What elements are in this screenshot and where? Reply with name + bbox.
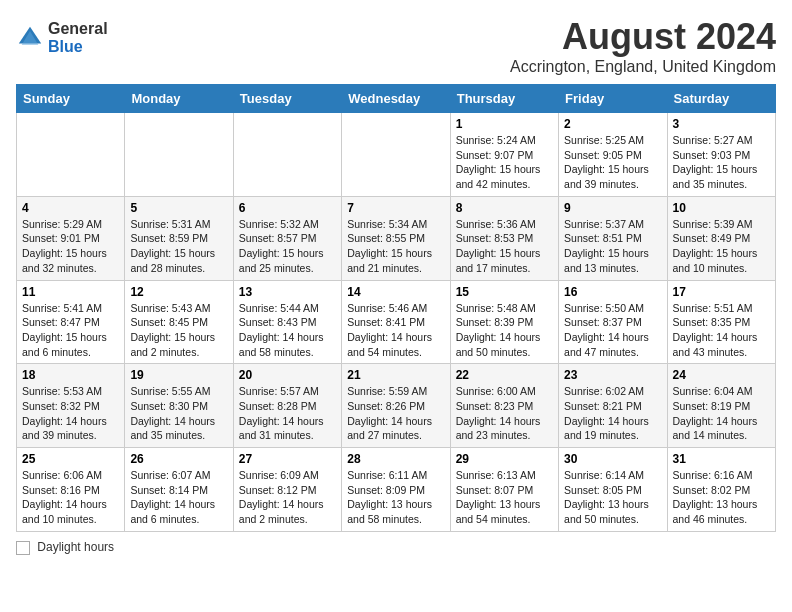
day-number: 6 [239, 201, 336, 215]
calendar-week-row: 11Sunrise: 5:41 AMSunset: 8:47 PMDayligh… [17, 280, 776, 364]
calendar-header-tuesday: Tuesday [233, 85, 341, 113]
day-info: Sunrise: 5:50 AMSunset: 8:37 PMDaylight:… [564, 302, 649, 358]
calendar-cell: 16Sunrise: 5:50 AMSunset: 8:37 PMDayligh… [559, 280, 667, 364]
calendar-week-row: 25Sunrise: 6:06 AMSunset: 8:16 PMDayligh… [17, 448, 776, 532]
day-number: 10 [673, 201, 770, 215]
day-info: Sunrise: 5:27 AMSunset: 9:03 PMDaylight:… [673, 134, 758, 190]
day-info: Sunrise: 5:44 AMSunset: 8:43 PMDaylight:… [239, 302, 324, 358]
calendar-cell: 22Sunrise: 6:00 AMSunset: 8:23 PMDayligh… [450, 364, 558, 448]
calendar-cell: 24Sunrise: 6:04 AMSunset: 8:19 PMDayligh… [667, 364, 775, 448]
calendar-header-saturday: Saturday [667, 85, 775, 113]
calendar-cell: 2Sunrise: 5:25 AMSunset: 9:05 PMDaylight… [559, 113, 667, 197]
legend-box [16, 541, 30, 555]
day-number: 2 [564, 117, 661, 131]
day-number: 25 [22, 452, 119, 466]
day-info: Sunrise: 6:07 AMSunset: 8:14 PMDaylight:… [130, 469, 215, 525]
day-number: 14 [347, 285, 444, 299]
day-number: 12 [130, 285, 227, 299]
day-number: 7 [347, 201, 444, 215]
day-number: 17 [673, 285, 770, 299]
daylight-legend: Daylight hours [16, 540, 114, 555]
logo-general: General [48, 20, 108, 38]
day-number: 21 [347, 368, 444, 382]
day-number: 30 [564, 452, 661, 466]
calendar-cell: 18Sunrise: 5:53 AMSunset: 8:32 PMDayligh… [17, 364, 125, 448]
day-number: 28 [347, 452, 444, 466]
title-section: August 2024 Accrington, England, United … [510, 16, 776, 76]
calendar-week-row: 4Sunrise: 5:29 AMSunset: 9:01 PMDaylight… [17, 196, 776, 280]
calendar-cell: 15Sunrise: 5:48 AMSunset: 8:39 PMDayligh… [450, 280, 558, 364]
calendar-cell [233, 113, 341, 197]
day-info: Sunrise: 5:53 AMSunset: 8:32 PMDaylight:… [22, 385, 107, 441]
day-info: Sunrise: 5:31 AMSunset: 8:59 PMDaylight:… [130, 218, 215, 274]
calendar-week-row: 1Sunrise: 5:24 AMSunset: 9:07 PMDaylight… [17, 113, 776, 197]
day-number: 29 [456, 452, 553, 466]
logo-icon [16, 24, 44, 52]
day-info: Sunrise: 5:32 AMSunset: 8:57 PMDaylight:… [239, 218, 324, 274]
day-number: 20 [239, 368, 336, 382]
calendar-cell: 6Sunrise: 5:32 AMSunset: 8:57 PMDaylight… [233, 196, 341, 280]
calendar-cell: 7Sunrise: 5:34 AMSunset: 8:55 PMDaylight… [342, 196, 450, 280]
day-info: Sunrise: 5:48 AMSunset: 8:39 PMDaylight:… [456, 302, 541, 358]
calendar-header-monday: Monday [125, 85, 233, 113]
day-info: Sunrise: 5:55 AMSunset: 8:30 PMDaylight:… [130, 385, 215, 441]
day-info: Sunrise: 6:13 AMSunset: 8:07 PMDaylight:… [456, 469, 541, 525]
footer: Daylight hours [16, 540, 776, 555]
day-info: Sunrise: 5:37 AMSunset: 8:51 PMDaylight:… [564, 218, 649, 274]
page-header: General Blue August 2024 Accrington, Eng… [16, 16, 776, 76]
daylight-label: Daylight hours [37, 540, 114, 554]
day-info: Sunrise: 6:06 AMSunset: 8:16 PMDaylight:… [22, 469, 107, 525]
day-info: Sunrise: 5:51 AMSunset: 8:35 PMDaylight:… [673, 302, 758, 358]
day-number: 18 [22, 368, 119, 382]
day-number: 4 [22, 201, 119, 215]
day-info: Sunrise: 5:41 AMSunset: 8:47 PMDaylight:… [22, 302, 107, 358]
calendar-cell: 19Sunrise: 5:55 AMSunset: 8:30 PMDayligh… [125, 364, 233, 448]
day-number: 23 [564, 368, 661, 382]
day-info: Sunrise: 5:39 AMSunset: 8:49 PMDaylight:… [673, 218, 758, 274]
day-number: 16 [564, 285, 661, 299]
calendar-cell: 12Sunrise: 5:43 AMSunset: 8:45 PMDayligh… [125, 280, 233, 364]
day-info: Sunrise: 6:14 AMSunset: 8:05 PMDaylight:… [564, 469, 649, 525]
calendar-header-sunday: Sunday [17, 85, 125, 113]
calendar-week-row: 18Sunrise: 5:53 AMSunset: 8:32 PMDayligh… [17, 364, 776, 448]
day-info: Sunrise: 6:04 AMSunset: 8:19 PMDaylight:… [673, 385, 758, 441]
day-number: 13 [239, 285, 336, 299]
day-number: 1 [456, 117, 553, 131]
calendar-cell: 27Sunrise: 6:09 AMSunset: 8:12 PMDayligh… [233, 448, 341, 532]
day-number: 24 [673, 368, 770, 382]
day-number: 31 [673, 452, 770, 466]
calendar-cell: 10Sunrise: 5:39 AMSunset: 8:49 PMDayligh… [667, 196, 775, 280]
day-info: Sunrise: 6:09 AMSunset: 8:12 PMDaylight:… [239, 469, 324, 525]
day-info: Sunrise: 6:02 AMSunset: 8:21 PMDaylight:… [564, 385, 649, 441]
calendar-cell: 20Sunrise: 5:57 AMSunset: 8:28 PMDayligh… [233, 364, 341, 448]
main-title: August 2024 [510, 16, 776, 58]
day-number: 9 [564, 201, 661, 215]
day-info: Sunrise: 6:16 AMSunset: 8:02 PMDaylight:… [673, 469, 758, 525]
calendar-cell: 8Sunrise: 5:36 AMSunset: 8:53 PMDaylight… [450, 196, 558, 280]
calendar-header-thursday: Thursday [450, 85, 558, 113]
calendar-cell [342, 113, 450, 197]
day-number: 11 [22, 285, 119, 299]
calendar-cell: 3Sunrise: 5:27 AMSunset: 9:03 PMDaylight… [667, 113, 775, 197]
day-number: 19 [130, 368, 227, 382]
day-info: Sunrise: 5:59 AMSunset: 8:26 PMDaylight:… [347, 385, 432, 441]
day-number: 22 [456, 368, 553, 382]
day-number: 27 [239, 452, 336, 466]
calendar-header-row: SundayMondayTuesdayWednesdayThursdayFrid… [17, 85, 776, 113]
day-info: Sunrise: 5:24 AMSunset: 9:07 PMDaylight:… [456, 134, 541, 190]
calendar-cell: 11Sunrise: 5:41 AMSunset: 8:47 PMDayligh… [17, 280, 125, 364]
calendar-cell: 17Sunrise: 5:51 AMSunset: 8:35 PMDayligh… [667, 280, 775, 364]
day-info: Sunrise: 5:46 AMSunset: 8:41 PMDaylight:… [347, 302, 432, 358]
logo-text: General Blue [48, 20, 108, 55]
calendar-cell: 31Sunrise: 6:16 AMSunset: 8:02 PMDayligh… [667, 448, 775, 532]
calendar-cell: 26Sunrise: 6:07 AMSunset: 8:14 PMDayligh… [125, 448, 233, 532]
calendar-header-friday: Friday [559, 85, 667, 113]
calendar-table: SundayMondayTuesdayWednesdayThursdayFrid… [16, 84, 776, 532]
calendar-cell: 4Sunrise: 5:29 AMSunset: 9:01 PMDaylight… [17, 196, 125, 280]
calendar-cell [17, 113, 125, 197]
calendar-cell: 21Sunrise: 5:59 AMSunset: 8:26 PMDayligh… [342, 364, 450, 448]
day-info: Sunrise: 6:00 AMSunset: 8:23 PMDaylight:… [456, 385, 541, 441]
calendar-cell: 1Sunrise: 5:24 AMSunset: 9:07 PMDaylight… [450, 113, 558, 197]
logo-blue: Blue [48, 38, 108, 56]
calendar-cell: 29Sunrise: 6:13 AMSunset: 8:07 PMDayligh… [450, 448, 558, 532]
